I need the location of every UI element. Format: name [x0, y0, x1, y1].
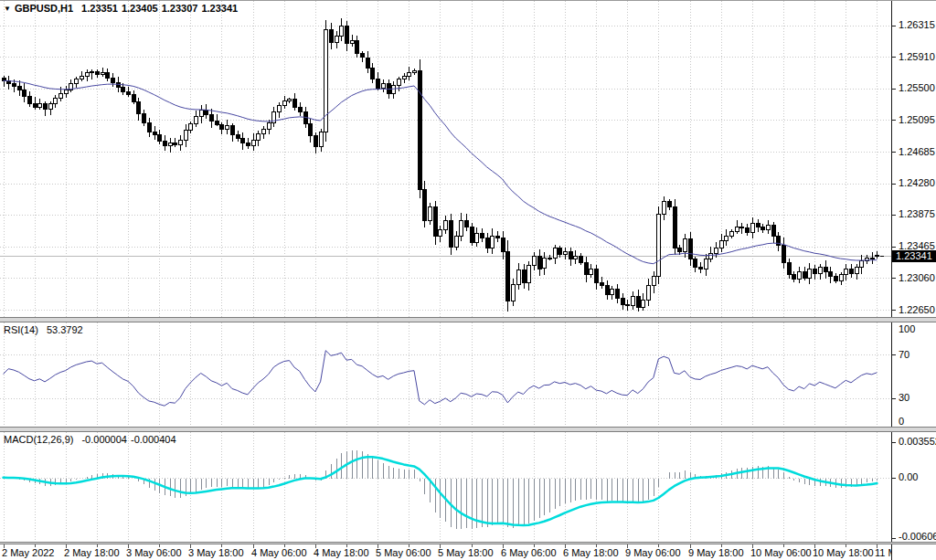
axis-label: 1.23875	[899, 209, 935, 219]
macd-header: MACD(12,26,9)-0.000004-0.000404	[4, 434, 180, 446]
time-axis-divider	[0, 542, 936, 544]
axis-tick	[892, 247, 896, 248]
time-label: 4 May 06:00	[251, 548, 307, 558]
rsi-panel[interactable]: RSI(14)53.3792	[0, 322, 891, 427]
time-label: 9 May 06:00	[625, 548, 681, 558]
axis-tick	[892, 398, 896, 399]
time-label: 6 May 18:00	[563, 548, 619, 558]
axis-label: 100	[899, 324, 915, 334]
axis-label: 1.25910	[899, 52, 935, 62]
axis-label: -0.006061	[899, 532, 936, 542]
symbol-dropdown-icon[interactable]: ▼	[4, 3, 11, 15]
axis-label: 1.26315	[899, 20, 935, 30]
low-value: 1.23307	[162, 3, 198, 14]
axis-label: 0	[899, 417, 904, 427]
axis-tick	[892, 89, 896, 90]
rsi-header: RSI(14)53.3792	[4, 324, 87, 336]
axis-label: 1.24280	[899, 178, 935, 188]
main-chart-panel[interactable]: ▼GBPUSD,H11.233511.234051.233071.23341	[0, 1, 891, 317]
high-value: 1.23405	[122, 3, 158, 14]
axis-tick	[892, 310, 896, 311]
axis-label: 70	[899, 350, 909, 360]
macd-main-value: -0.000004	[81, 434, 127, 445]
open-value: 1.23351	[81, 3, 118, 14]
time-label: 4 May 18:00	[314, 548, 369, 558]
time-label: 5 May 06:00	[376, 548, 431, 558]
macd-signal-value: -0.000404	[131, 434, 176, 445]
time-label: 10 May 06:00	[750, 548, 812, 558]
axis-label: 1.23060	[899, 273, 935, 283]
trading-chart-window: ▼GBPUSD,H11.233511.234051.233071.23341 R…	[0, 0, 936, 560]
time-axis[interactable]: 2 May 20222 May 18:003 May 06:003 May 18…	[0, 544, 891, 560]
time-label: 3 May 06:00	[126, 548, 182, 558]
axis-tick	[892, 442, 896, 443]
axis-tick	[892, 184, 896, 185]
macd-label: MACD(12,26,9)	[4, 434, 73, 445]
current-price-badge: 1.23341	[892, 250, 936, 262]
axis-tick	[892, 538, 896, 539]
price-axis[interactable]: 1.23341 1.263151.259101.255001.250951.24…	[891, 1, 936, 560]
chart-header: ▼GBPUSD,H11.233511.234051.233071.23341	[4, 3, 241, 15]
axis-label: 30	[899, 393, 909, 403]
axis-tick	[892, 152, 896, 153]
time-label: 6 May 06:00	[501, 548, 557, 558]
time-label: 5 May 18:00	[438, 548, 494, 558]
axis-label: 1.25500	[899, 83, 935, 93]
macd-panel[interactable]: MACD(12,26,9)-0.000004-0.000404	[0, 432, 891, 542]
axis-tick	[892, 478, 896, 479]
axis-label: 1.25095	[899, 115, 935, 125]
axis-label: 0.003552	[899, 437, 936, 447]
axis-tick	[892, 215, 896, 216]
axis-tick	[892, 278, 896, 279]
rsi-canvas[interactable]	[0, 322, 891, 427]
axis-tick	[892, 120, 896, 121]
rsi-label: RSI(14)	[4, 324, 38, 335]
time-label: 2 May 2022	[2, 548, 54, 558]
axis-tick	[892, 26, 896, 26]
time-label: 2 May 18:00	[64, 548, 120, 558]
panel-divider[interactable]	[0, 427, 936, 432]
axis-label: 1.22650	[899, 305, 935, 315]
time-label: 10 May 18:00	[813, 548, 874, 558]
axis-tick	[892, 354, 896, 355]
rsi-value: 53.3792	[47, 324, 83, 335]
symbol-period-label: GBPUSD,H1	[15, 3, 73, 14]
axis-tick	[892, 57, 896, 58]
panel-divider[interactable]	[0, 317, 936, 322]
macd-canvas[interactable]	[0, 432, 891, 542]
close-value: 1.23341	[201, 3, 238, 14]
axis-label: 1.24685	[899, 147, 935, 157]
candlestick-canvas[interactable]	[0, 1, 891, 317]
time-label: 3 May 18:00	[188, 548, 244, 558]
time-label: 9 May 18:00	[688, 548, 744, 558]
axis-label: 0.00	[899, 472, 918, 482]
